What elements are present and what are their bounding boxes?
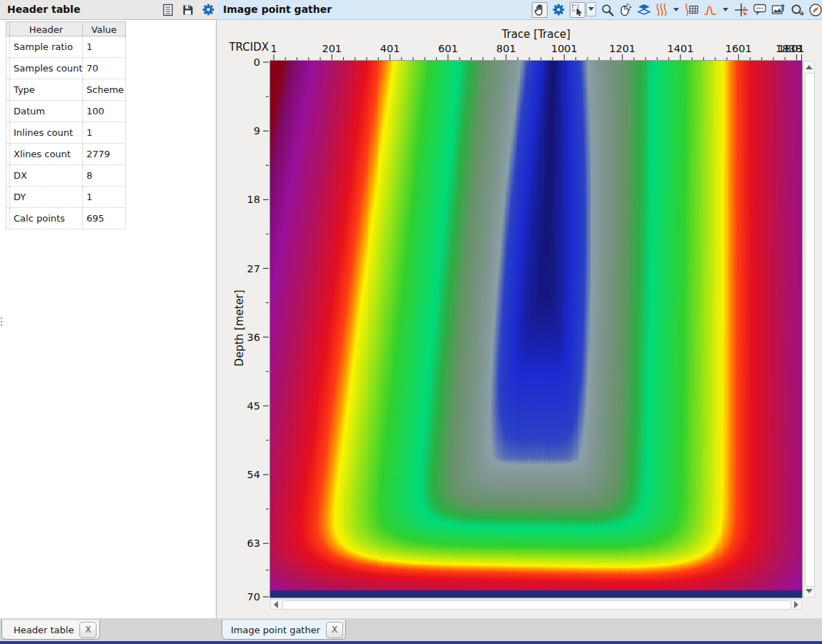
save-icon[interactable] <box>182 4 194 16</box>
table-row: Datum100 <box>6 101 126 122</box>
value-cell[interactable]: 8 <box>83 165 126 187</box>
axis-tick-label: 1201 <box>609 43 635 54</box>
heatmap-canvas[interactable] <box>270 61 802 598</box>
header-cell[interactable]: Xlines count <box>10 144 83 165</box>
value-cell[interactable]: 70 <box>83 58 126 79</box>
header-cell[interactable]: DX <box>10 165 83 187</box>
axis-tick-label: 18 <box>247 194 260 205</box>
view-settings-gear-icon[interactable] <box>552 3 565 16</box>
pan-hand-button[interactable] <box>532 2 548 18</box>
value-cell[interactable]: 1 <box>83 36 126 58</box>
value-cell[interactable]: 1 <box>83 122 126 144</box>
scroll-down-arrow[interactable] <box>806 589 813 593</box>
header-table: HeaderValueSample ratio1Samples count70T… <box>6 21 126 229</box>
header-cell[interactable]: Calc points <box>10 208 83 229</box>
left-panel-title: Header table <box>7 0 80 19</box>
splitter-handle[interactable] <box>1 317 3 328</box>
axis-tick-label: 1401 <box>667 43 693 54</box>
select-mode-button[interactable] <box>570 2 585 18</box>
position-crosshair-icon[interactable] <box>734 3 748 17</box>
tab-header-table[interactable]: Header table X <box>1 620 100 640</box>
header-cell[interactable]: DY <box>10 187 83 208</box>
zoom-region-icon[interactable] <box>790 3 804 17</box>
histogram-dropdown[interactable] <box>723 8 728 11</box>
axis-tick-label: 9 <box>254 125 260 137</box>
gather-plot-panel: Trace [Trace] TRCIDX Depth [meter] 12014… <box>217 20 822 618</box>
y-axis-title: Depth [meter] <box>233 289 246 367</box>
header-cell[interactable]: Inlines count <box>10 122 83 144</box>
header-cell[interactable]: Samples count <box>10 58 83 79</box>
table-view-icon[interactable] <box>162 4 174 16</box>
x-axis-title: Trace [Trace] <box>479 28 593 41</box>
value-cell[interactable]: 2779 <box>83 144 126 165</box>
axis-tick-label: 0 <box>254 56 260 68</box>
axis-tick-label: 70 <box>247 591 260 603</box>
header-cell[interactable]: Sample ratio <box>10 36 83 58</box>
axis-tick-label: 1601 <box>726 43 752 54</box>
table-row: Xlines count2779 <box>6 144 126 165</box>
axis-tick-label: 1801 <box>778 43 805 54</box>
bottom-tab-bar: Header table X Image point gather X <box>0 618 822 641</box>
value-cell[interactable]: 1 <box>83 187 126 208</box>
axis-tick-label: 801 <box>496 43 516 54</box>
table-row: Samples count70 <box>6 58 126 79</box>
value-cell[interactable]: 695 <box>83 208 126 229</box>
horizontal-scroll-thumb[interactable] <box>282 600 791 610</box>
vertical-scrollbar[interactable] <box>803 61 815 598</box>
export-image-icon[interactable] <box>771 3 786 16</box>
mouse-pointer-icon[interactable] <box>619 3 633 16</box>
axis-tick-label: 36 <box>247 332 260 343</box>
header-cell[interactable]: Header <box>10 21 83 36</box>
table-row: Inlines count1 <box>6 122 126 144</box>
scroll-right-arrow[interactable] <box>794 601 798 608</box>
wiggle-traces-icon[interactable] <box>655 3 668 16</box>
table-row: TypeScheme <box>6 79 126 101</box>
comment-bubble-icon[interactable] <box>753 3 767 16</box>
axis-tick-label: 201 <box>322 43 342 54</box>
plot-panel-title: Image point gather <box>223 0 332 19</box>
tab-label: Image point gather <box>231 625 320 635</box>
value-cell[interactable]: 100 <box>83 101 126 122</box>
axis-tick-label: 401 <box>380 43 400 54</box>
zoom-search-icon[interactable] <box>600 3 615 17</box>
table-row: Calc points695 <box>6 208 126 229</box>
scroll-left-arrow[interactable] <box>274 601 278 608</box>
axis-tick-label: 1001 <box>551 43 578 54</box>
corner-axis-label: TRCIDX <box>217 41 269 54</box>
value-cell[interactable]: Scheme <box>83 79 126 101</box>
table-header-row: HeaderValue <box>6 21 126 36</box>
axis-tick-label: 45 <box>247 400 260 412</box>
left-panel-titlebar: Header table <box>0 0 217 20</box>
histogram-curve-icon[interactable] <box>703 3 717 16</box>
horizontal-scrollbar[interactable] <box>270 599 802 610</box>
value-cell[interactable]: Value <box>83 21 126 36</box>
application-window: Header table Image point gather <box>0 0 822 644</box>
header-cell[interactable]: Type <box>10 79 83 101</box>
axis-tick-label: 63 <box>247 538 260 549</box>
axis-tick-label: 1838 <box>776 43 802 54</box>
header-cell[interactable]: Datum <box>10 101 83 122</box>
window-bottom-bar <box>0 641 822 644</box>
table-row: DY1 <box>6 187 126 208</box>
plot-panel-titlebar: Image point gather <box>217 0 822 20</box>
scroll-up-arrow[interactable] <box>806 65 813 69</box>
wiggle-traces-dropdown[interactable] <box>673 8 679 11</box>
tab-close-button[interactable]: X <box>326 622 343 638</box>
vertical-scroll-thumb[interactable] <box>805 73 815 587</box>
tab-label: Header table <box>14 625 74 635</box>
tab-image-point-gather[interactable]: Image point gather X <box>222 620 346 640</box>
header-table-panel: HeaderValueSample ratio1Samples count70T… <box>0 20 217 618</box>
tab-close-button[interactable]: X <box>79 622 96 638</box>
table-row: DX8 <box>6 165 126 187</box>
trace-table-icon[interactable] <box>685 3 699 16</box>
compass-icon[interactable] <box>808 3 822 17</box>
settings-gear-icon[interactable] <box>202 3 215 16</box>
axis-tick-label: 601 <box>438 43 458 54</box>
axis-tick-label: 1 <box>270 43 277 54</box>
layers-icon[interactable] <box>637 3 651 16</box>
table-row: Sample ratio1 <box>6 36 126 58</box>
axis-tick-label: 54 <box>247 469 260 480</box>
select-mode-dropdown[interactable] <box>586 2 596 16</box>
axis-tick-label: 27 <box>247 263 260 274</box>
